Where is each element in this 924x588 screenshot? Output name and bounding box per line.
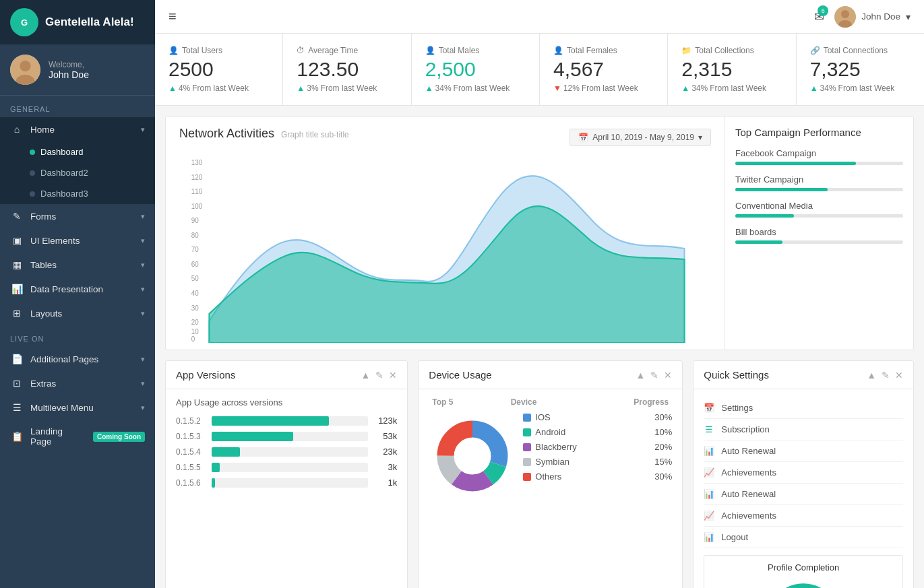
dashboard-body: Network Activities Graph title sub-title… (155, 106, 924, 588)
qs-expand-icon[interactable]: ▲ (867, 370, 876, 381)
version-row-5: 0.1.5.6 1k (176, 478, 397, 488)
version-bar-fill-4 (212, 463, 220, 472)
svg-text:G: G (21, 18, 28, 28)
sidebar-item-ui-elements[interactable]: ▣ UI Elements ▾ (0, 228, 155, 253)
network-chart: 130 120 110 100 90 80 70 60 50 40 30 20 (179, 154, 711, 343)
sidebar-item-home[interactable]: ⌂ Home ▾ (0, 117, 155, 141)
stat-total-collections-value: 2,315 (681, 58, 782, 81)
sidebar-item-multilevel-menu[interactable]: ☰ Multilevel Menu ▾ (0, 395, 155, 420)
sidebar-item-landing-page[interactable]: 📋 Landing Page Coming Soon (0, 420, 155, 453)
notification-button[interactable]: ✉ 6 (814, 9, 824, 24)
version-value-4: 3k (373, 462, 397, 472)
stat-avg-time-change: ▲ 3% From last Week (297, 84, 397, 93)
sidebar-welcome: Welcome, (49, 60, 89, 69)
qs-item-achievements[interactable]: 📈 Achievements (704, 462, 903, 484)
sidebar-item-data-presentation[interactable]: 📊 Data Presentation ▾ (0, 277, 155, 301)
svg-text:120: 120 (191, 173, 203, 181)
sidebar-home-label: Home (30, 125, 134, 135)
ios-dot (523, 414, 531, 422)
stat-total-females-value: 4,567 (553, 58, 654, 81)
stat-avg-time-label: ⏱ Average Time (297, 46, 397, 55)
version-value-1: 123k (373, 416, 397, 426)
data-presentation-label: Data Presentation (30, 284, 134, 294)
stat-total-connections-change: ▲ 34% From last Week (810, 84, 911, 93)
campaign-item-billboards: Bill boards (735, 227, 903, 244)
version-row-1: 0.1.5.2 123k (176, 416, 397, 426)
ui-elements-icon: ▣ (10, 235, 24, 246)
topbar-left: ≡ (168, 9, 177, 24)
auto-renewal-icon: 📊 (704, 446, 714, 456)
device-usage-card: Device Usage ▲ ✎ ✕ Top 5 Device Progress (418, 360, 683, 588)
users-icon: 👤 (168, 46, 179, 55)
sidebar-item-dashboard[interactable]: Dashboard (0, 141, 155, 162)
tables-label: Tables (30, 260, 134, 270)
svg-text:60: 60 (191, 261, 199, 268)
sidebar-item-dashboard3[interactable]: Dashboard3 (0, 183, 155, 204)
layouts-label: Layouts (30, 308, 134, 319)
sidebar-item-additional-pages[interactable]: 📄 Additional Pages ▾ (0, 347, 155, 371)
home-icon: ⌂ (10, 124, 24, 135)
qs-close-icon[interactable]: ✕ (895, 370, 903, 381)
device-close-icon[interactable]: ✕ (664, 370, 672, 381)
qs-item-subscription[interactable]: ☰ Subscription (704, 419, 903, 440)
time-icon: ⏱ (297, 46, 305, 55)
col-device: Device (511, 397, 629, 407)
additional-pages-label: Additional Pages (30, 354, 134, 364)
hamburger-button[interactable]: ≡ (168, 9, 177, 24)
device-settings-icon[interactable]: ✎ (650, 370, 658, 381)
campaign-item-facebook: Facebook Campaign (735, 148, 903, 165)
network-title: Network Activities (179, 127, 274, 141)
extras-icon: ⊡ (10, 378, 24, 389)
svg-text:20: 20 (191, 319, 199, 326)
quick-settings-title: Quick Settings (704, 369, 769, 381)
sidebar-item-extras[interactable]: ⊡ Extras ▾ (0, 371, 155, 395)
sidebar-item-layouts[interactable]: ⊞ Layouts ▾ (0, 301, 155, 325)
topbar-username: John Doe (861, 11, 900, 22)
landing-page-icon: 📋 (10, 431, 24, 442)
qs-item-auto-renewal2[interactable]: 📊 Auto Renewal (704, 484, 903, 505)
svg-text:50: 50 (191, 275, 199, 282)
qs-item-achievements2[interactable]: 📈 Achievements (704, 505, 903, 527)
campaign-conventional-bar-fill (735, 214, 794, 218)
forms-icon: ✎ (10, 211, 24, 222)
date-picker-button[interactable]: 📅 April 10, 2019 - May 9, 2019 ▾ (569, 129, 711, 146)
user-menu[interactable]: John Doe ▾ (834, 6, 911, 28)
ios-pct: 30% (654, 412, 672, 422)
col-progress: Progress (628, 397, 669, 407)
qs-item-auto-renewal[interactable]: 📊 Auto Renewal (704, 440, 903, 462)
sidebar-item-forms[interactable]: ✎ Forms ▾ (0, 204, 155, 228)
stat-total-collections: 📁 Total Collections 2,315 ▲ 34% From las… (668, 34, 796, 105)
stat-total-users-value: 2500 (168, 58, 269, 81)
campaign-item-conventional: Conventional Media (735, 201, 903, 218)
network-chart-header: Network Activities Graph title sub-title (179, 127, 349, 141)
qs-settings-icon[interactable]: ✎ (882, 370, 890, 381)
home-arrow-icon: ▾ (141, 125, 145, 134)
quick-settings-body: 📅 Settings ☰ Subscription 📊 Auto Renewal (694, 389, 913, 588)
svg-text:10: 10 (191, 328, 199, 335)
qs-item-logout[interactable]: 📊 Logout (704, 527, 903, 548)
version-bar-fill-3 (212, 447, 240, 457)
sidebar-item-dashboard2[interactable]: Dashboard2 (0, 162, 155, 183)
version-bar-bg-3 (212, 447, 368, 457)
subscription-icon: ☰ (704, 424, 714, 434)
version-value-3: 23k (373, 447, 397, 457)
stat-total-males-change: ▲ 34% From last Week (425, 84, 526, 93)
version-bar-bg-1 (212, 416, 368, 426)
expand-icon[interactable]: ▲ (361, 370, 370, 381)
device-usage-body: Top 5 Device Progress (419, 389, 682, 508)
stat-total-collections-change: ▲ 34% From last Week (681, 84, 782, 93)
version-bar-fill-2 (212, 432, 293, 441)
close-icon[interactable]: ✕ (389, 370, 397, 381)
ui-elements-label: UI Elements (30, 236, 134, 246)
qs-item-settings[interactable]: 📅 Settings (704, 397, 903, 419)
extras-arrow-icon: ▾ (141, 379, 145, 388)
device-expand-icon[interactable]: ▲ (636, 370, 645, 381)
version-bar-bg-5 (212, 478, 368, 488)
sidebar-item-tables[interactable]: ▦ Tables ▾ (0, 253, 155, 277)
campaign-twitter-bar-bg (735, 188, 903, 191)
quick-settings-card: Quick Settings ▲ ✎ ✕ 📅 Settings (693, 360, 914, 588)
android-pct: 10% (654, 427, 672, 437)
network-header-row: Network Activities Graph title sub-title… (179, 127, 711, 148)
additional-pages-arrow-icon: ▾ (141, 355, 145, 364)
settings-icon[interactable]: ✎ (375, 370, 383, 381)
